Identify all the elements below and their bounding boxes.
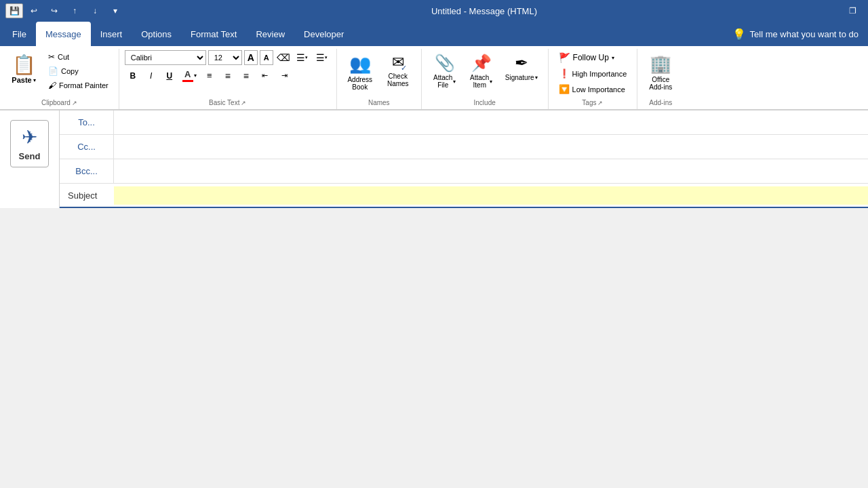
bcc-input[interactable]	[114, 162, 868, 180]
menu-message[interactable]: Message	[36, 22, 91, 46]
window-title: Untitled - Message (HTML)	[431, 6, 537, 16]
font-color-dropdown[interactable]: ▾	[194, 73, 197, 79]
font-row-2: B I U A ▾ ≡ ≡ ≡ ⇤ ⇥	[125, 68, 294, 83]
bcc-button[interactable]: Bcc...	[60, 159, 114, 183]
low-importance-button[interactable]: 🔽 Low Importance	[554, 82, 632, 96]
italic-button[interactable]: I	[143, 68, 159, 83]
basic-text-group-label: Basic Text ↗	[123, 98, 332, 109]
office-addins-button[interactable]: 🏢 OfficeAdd-ins	[643, 50, 678, 94]
clipboard-group-label: Clipboard ↗	[4, 98, 115, 109]
attach-item-button[interactable]: 📌 AttachItem ▾	[464, 50, 499, 92]
to-button[interactable]: To...	[60, 110, 114, 134]
download-button[interactable]: ↓	[85, 3, 104, 19]
font-size-select[interactable]: 12	[208, 50, 242, 65]
cut-icon: ✂	[48, 52, 55, 62]
redo-icon: ↪	[51, 6, 58, 16]
font-color-button[interactable]: A ▾	[180, 68, 199, 83]
cc-button[interactable]: Cc...	[60, 135, 114, 159]
paste-button[interactable]: 📋 Paste ▾	[5, 50, 42, 86]
number-list-button[interactable]: ☰▾	[313, 50, 331, 65]
address-book-button[interactable]: 👥 AddressBook	[342, 50, 378, 94]
customize-button[interactable]: ▾	[106, 3, 125, 19]
font-row-1: Calibri 12 A A ⌫ ☰▾ ☰▾	[125, 50, 331, 65]
attach-file-label: AttachFile	[433, 74, 452, 89]
bullet-list-button[interactable]: ☰▾	[294, 50, 311, 65]
signature-dropdown[interactable]: ▾	[535, 75, 538, 81]
copy-button[interactable]: 📄 Copy	[43, 64, 113, 78]
check-names-icon: ✉✓	[392, 54, 404, 71]
include-content: 📎 AttachFile ▾ 📌 AttachItem ▾ ✒ Signatur…	[426, 49, 544, 98]
paste-dropdown-arrow[interactable]: ▾	[33, 77, 36, 83]
cut-label: Cut	[58, 53, 69, 61]
font-family-select[interactable]: Calibri	[125, 50, 206, 65]
address-book-icon: 👥	[349, 54, 371, 75]
subject-row: Subject	[60, 184, 868, 208]
send-button[interactable]: ✈ Send	[10, 120, 50, 167]
attach-file-button[interactable]: 📎 AttachFile ▾	[427, 50, 462, 92]
indent-decrease-button[interactable]: ⇤	[256, 68, 274, 83]
low-importance-icon: 🔽	[559, 84, 570, 94]
redo-button[interactable]: ↪	[45, 3, 64, 19]
subject-input[interactable]	[114, 186, 868, 205]
font-shrink-button[interactable]: A	[260, 50, 273, 65]
check-names-button[interactable]: ✉✓ CheckNames	[380, 50, 416, 91]
high-importance-button[interactable]: ❗ High Importance	[554, 66, 632, 81]
download-icon: ↓	[93, 6, 97, 16]
restore-button[interactable]: ❐	[844, 3, 863, 19]
menu-review[interactable]: Review	[246, 22, 294, 46]
cc-input[interactable]	[114, 138, 868, 156]
indent-increase-button[interactable]: ⇥	[276, 68, 294, 83]
compose-area: ✈ Send To... Cc... Bcc... Subject	[0, 110, 868, 208]
clipboard-expand-icon[interactable]: ↗	[72, 100, 77, 106]
follow-up-dropdown[interactable]: ▾	[612, 55, 614, 61]
clipboard-small-buttons: ✂ Cut 📄 Copy 🖌 Format Painter	[43, 50, 113, 92]
format-painter-label: Format Painter	[59, 81, 108, 89]
paste-label: Paste	[12, 76, 31, 84]
signature-button[interactable]: ✒ Signature ▾	[500, 50, 542, 85]
follow-up-icon: 🚩	[559, 52, 570, 63]
attach-item-dropdown[interactable]: ▾	[490, 79, 492, 85]
underline-button[interactable]: U	[161, 68, 178, 83]
subject-label: Subject	[60, 190, 114, 201]
title-bar: 💾 ↩ ↪ ↑ ↓ ▾ Untitled - Message (HTML) ❐	[0, 0, 868, 22]
to-row: To...	[60, 110, 868, 135]
menu-developer[interactable]: Developer	[294, 22, 353, 46]
tell-me-input[interactable]: 💡 Tell me what you want to do	[726, 22, 865, 46]
to-input[interactable]	[114, 113, 868, 131]
copy-label: Copy	[61, 67, 79, 75]
send-icon: ✈	[22, 126, 37, 148]
attach-item-label: AttachItem	[470, 74, 489, 89]
clear-formatting-button[interactable]: ⌫	[275, 50, 292, 65]
addins-content: 🏢 OfficeAdd-ins	[642, 49, 679, 98]
address-book-label: AddressBook	[347, 76, 372, 91]
menu-options[interactable]: Options	[132, 22, 181, 46]
window-controls: ❐	[844, 3, 863, 19]
menu-file[interactable]: File	[3, 22, 36, 46]
basic-text-group: Calibri 12 A A ⌫ ☰▾ ☰▾ B I U A	[119, 49, 337, 109]
align-right-button[interactable]: ≡	[238, 68, 254, 83]
basic-text-expand-icon[interactable]: ↗	[241, 100, 246, 106]
names-group-label: Names	[341, 98, 417, 109]
menu-insert[interactable]: Insert	[91, 22, 132, 46]
addins-group: 🏢 OfficeAdd-ins Add-ins	[637, 49, 684, 109]
align-center-button[interactable]: ≡	[220, 68, 236, 83]
include-group: 📎 AttachFile ▾ 📌 AttachItem ▾ ✒ Signatur…	[422, 49, 549, 109]
attach-file-icon: 📎	[435, 54, 455, 73]
attach-file-dropdown[interactable]: ▾	[453, 79, 456, 85]
cut-button[interactable]: ✂ Cut	[43, 50, 113, 64]
align-left-button[interactable]: ≡	[201, 68, 218, 83]
lightbulb-icon: 💡	[732, 28, 746, 41]
upload-button[interactable]: ↑	[65, 3, 84, 19]
undo-button[interactable]: ↩	[24, 3, 43, 19]
follow-up-button[interactable]: 🚩 Follow Up ▾	[554, 50, 632, 65]
font-grow-button[interactable]: A	[244, 50, 258, 65]
bold-button[interactable]: B	[125, 68, 141, 83]
format-painter-button[interactable]: 🖌 Format Painter	[43, 79, 113, 92]
cc-row: Cc...	[60, 135, 868, 159]
high-importance-label: High Importance	[572, 70, 627, 78]
save-button[interactable]: 💾	[5, 3, 23, 18]
tags-content: 🚩 Follow Up ▾ ❗ High Importance 🔽 Low Im…	[553, 49, 633, 98]
menu-format-text[interactable]: Format Text	[181, 22, 246, 46]
send-panel: ✈ Send	[0, 110, 60, 208]
tags-expand-icon[interactable]: ↗	[597, 100, 603, 106]
